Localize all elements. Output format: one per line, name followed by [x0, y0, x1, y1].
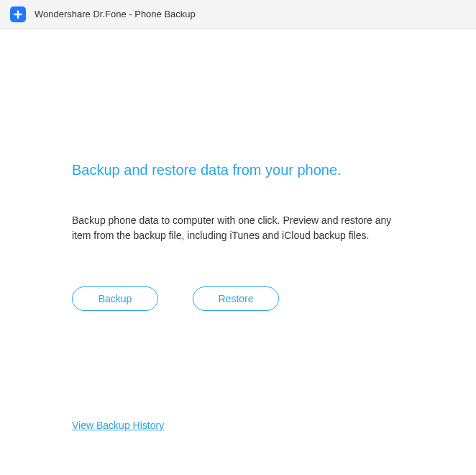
window-title: Wondershare Dr.Fone - Phone Backup — [35, 9, 196, 19]
button-row: Backup Restore — [72, 286, 404, 311]
app-icon — [10, 6, 26, 22]
title-bar: Wondershare Dr.Fone - Phone Backup — [0, 0, 476, 29]
view-backup-history-link[interactable]: View Backup History — [72, 420, 164, 431]
restore-button[interactable]: Restore — [193, 286, 279, 311]
backup-button[interactable]: Backup — [72, 286, 158, 311]
page-headline: Backup and restore data from your phone. — [72, 162, 404, 178]
main-content: Backup and restore data from your phone.… — [0, 29, 476, 432]
page-description: Backup phone data to computer with one c… — [72, 213, 403, 243]
